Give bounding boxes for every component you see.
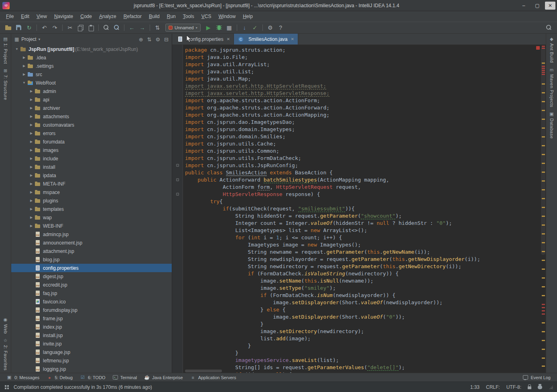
run-icon[interactable]: ▶ [203,23,213,32]
menu-edit[interactable]: Edit [17,11,33,22]
error-stripe[interactable] [541,45,546,373]
tree-row[interactable]: ▶wap [11,213,172,222]
collapsed-arrow-icon[interactable]: ▶ [28,174,35,177]
collapsed-arrow-icon[interactable]: ▶ [28,140,35,143]
maximize-button[interactable]: ▢ [531,2,543,10]
collapsed-arrow-icon[interactable]: ▶ [28,131,35,135]
stripe-button-database[interactable]: ▣Database [549,111,555,139]
tree-row[interactable]: ▼JspRun [jsprunutf8] (E:\test_work_space… [11,45,172,53]
menu-help[interactable]: Help [239,11,256,22]
toolwindow-button-event-log[interactable]: Event Log [519,374,554,382]
tree-row[interactable]: eccredit.jsp [11,281,172,289]
tab-SmiliesAction.java[interactable]: SmiliesAction.java✕ [234,34,298,44]
tree-row[interactable]: ▶forumdata [11,137,172,146]
tree-row[interactable]: ▼WebRoot [11,79,172,87]
scroll-from-source-icon[interactable]: ⇅ [147,36,152,42]
tree-row[interactable]: ▶mspace [11,188,172,196]
menu-tools[interactable]: Tools [179,11,198,22]
close-icon[interactable]: ✕ [227,37,230,41]
settings-icon[interactable]: ⚙ [155,36,160,42]
tree-row[interactable]: announcement.jsp [11,238,172,247]
close-icon[interactable]: ✕ [291,37,294,41]
menu-analyze[interactable]: Analyze [96,11,120,22]
menu-file[interactable]: File [2,11,17,22]
tree-row[interactable]: ▶plugins [11,196,172,205]
coverage-icon[interactable]: ▦ [224,23,234,32]
menu-vcs[interactable]: VCS [198,11,215,22]
fold-marker-icon[interactable] [176,193,179,196]
run-config-combo[interactable]: Unnamed▾ [165,24,201,32]
collapsed-arrow-icon[interactable]: ▶ [21,56,27,59]
tree-row[interactable]: language.jsp [11,348,172,356]
paste-icon[interactable] [86,23,96,32]
toolwindow-switcher-icon[interactable] [5,385,6,387]
forward-icon[interactable]: → [137,23,147,32]
toolwindow-button-messages[interactable]: ▣0: Messages [3,374,43,382]
menu-window[interactable]: Window [215,11,239,22]
tree-row[interactable]: ▶images [11,146,172,154]
vertical-scrollbar-thumb[interactable] [541,46,545,255]
collapsed-arrow-icon[interactable]: ▶ [28,182,35,186]
undo-icon[interactable]: ↶ [39,23,49,32]
tree-row[interactable]: ▶src [11,70,172,79]
hector-icon[interactable] [538,385,542,389]
locate-icon[interactable]: ⊕ [139,36,143,42]
tree-row[interactable]: ▶.idea [11,53,172,62]
panel-title[interactable]: Project [21,36,36,42]
close-button[interactable]: ✕ [545,2,555,10]
hierarchy-icon[interactable]: ⇅ [152,23,163,32]
stripe-button-web[interactable]: ◉Web [3,317,8,334]
cut-icon[interactable]: ✂ [65,23,75,32]
tree-row[interactable]: forumdisplay.jsp [11,306,172,314]
collapsed-arrow-icon[interactable]: ▶ [28,123,35,127]
stripe-button-maven-projects[interactable]: mMaven Projects [549,67,555,107]
menu-build[interactable]: Build [145,11,163,22]
collapsed-arrow-icon[interactable]: ▶ [21,64,27,68]
vcs-update-icon[interactable]: ↓ [240,23,250,32]
tree-row[interactable]: index.jsp [11,323,172,331]
tree-row[interactable]: ▶errors [11,129,172,137]
collapsed-arrow-icon[interactable]: ▶ [28,148,35,152]
stripe-button-structure[interactable]: ⊞7: Structure [3,68,8,100]
tree-row[interactable]: admincp.jsp [11,230,172,238]
tree-row[interactable]: attachment.jsp [11,247,172,255]
collapsed-arrow-icon[interactable]: ▶ [28,165,35,169]
debug-icon[interactable] [214,23,224,32]
tree-row[interactable]: ▶META-INF [11,180,172,188]
toolwindow-button-terminal[interactable]: >_Terminal [110,374,140,382]
tree-row[interactable]: ▶customavatars [11,121,172,129]
tree-row[interactable]: faq.jsp [11,289,172,297]
chevron-down-icon[interactable] [39,37,41,41]
settings-icon[interactable]: ⚙ [265,23,275,32]
fold-marker-icon[interactable] [176,178,179,181]
tree-row[interactable]: install.jsp [11,331,172,339]
tree-row[interactable]: ▶include [11,154,172,163]
expanded-arrow-icon[interactable]: ▼ [21,81,27,85]
tree-row[interactable]: ▶archiver [11,104,172,112]
editor[interactable]: package cn.jsprun.struts.action;import j… [172,45,546,373]
tree-row[interactable]: ▶ipdata [11,171,172,180]
tree-row[interactable]: ▶.settings [11,62,172,70]
lock-icon[interactable] [528,386,531,389]
stripe-button-project[interactable]: ▤1: Project [3,36,8,64]
collapsed-arrow-icon[interactable]: ▶ [28,89,35,93]
tree-row[interactable]: digest.jsp [11,272,172,281]
menu-view[interactable]: View [33,11,51,22]
stripe-button-ant-build[interactable]: ◆Ant Build [549,36,555,63]
collapse-all-icon[interactable]: ⊟ [164,36,169,42]
line-ending-indicator[interactable]: CRLF: [486,384,500,390]
tree-row[interactable]: ▶attachments [11,112,172,121]
search-everywhere-icon[interactable] [544,23,554,32]
toolwindow-button-java-enterprise[interactable]: ☕Java Enterprise [141,374,186,382]
tree-row[interactable]: invite.jsp [11,339,172,348]
tree-row[interactable]: ▶templates [11,205,172,213]
copy-icon[interactable] [75,23,85,32]
minimize-button[interactable]: – [518,2,530,10]
help-icon[interactable]: ? [276,23,286,32]
collapsed-arrow-icon[interactable]: ▶ [28,157,35,160]
tree-row[interactable]: favicon.ico [11,297,172,306]
collapsed-arrow-icon[interactable]: ▶ [28,115,35,118]
tree-row[interactable]: ▶install [11,163,172,171]
tree-row[interactable]: blog.jsp [11,255,172,264]
collapsed-arrow-icon[interactable]: ▶ [28,207,35,211]
